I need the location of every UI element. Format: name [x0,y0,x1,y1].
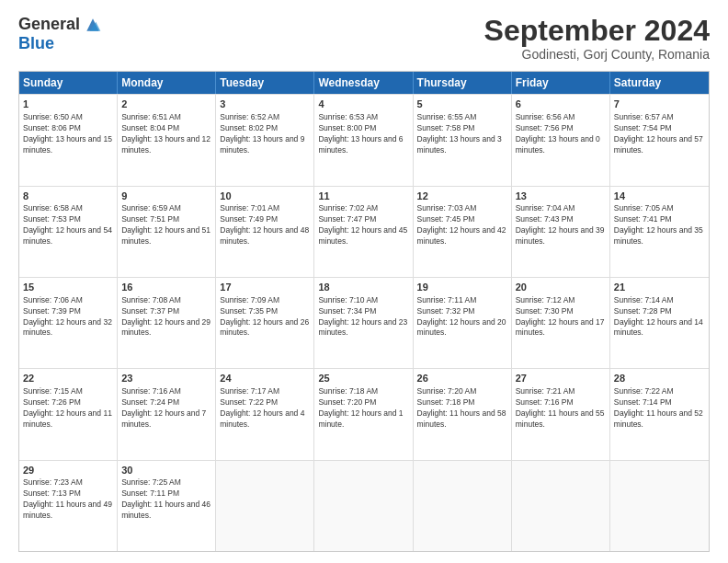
day-number: 1 [23,98,113,111]
cell-info: Sunrise: 7:10 AMSunset: 7:34 PMDaylight:… [318,295,408,339]
day-number: 15 [23,281,113,294]
cell-info: Sunrise: 7:22 AMSunset: 7:14 PMDaylight:… [614,386,705,431]
day-number: 27 [516,372,606,385]
day-number: 24 [220,372,310,385]
cell-info: Sunrise: 7:09 AMSunset: 7:35 PMDaylight:… [220,295,310,339]
day-number: 3 [220,98,310,111]
cell-sep18: 18 Sunrise: 7:10 AMSunset: 7:34 PMDaylig… [314,278,413,368]
cell-sep17: 17 Sunrise: 7:09 AMSunset: 7:35 PMDaylig… [216,278,314,368]
calendar-body: 1 Sunrise: 6:50 AMSunset: 8:06 PMDayligh… [19,94,709,551]
day-number: 2 [121,98,211,111]
day-number: 13 [516,190,606,203]
cell-sep20: 20 Sunrise: 7:12 AMSunset: 7:30 PMDaylig… [512,278,610,368]
day-number: 26 [417,372,507,385]
header: General Blue September 2024 Godinesti, G… [18,15,710,62]
cell-empty [314,461,413,551]
cell-sep11: 11 Sunrise: 7:02 AMSunset: 7:47 PMDaylig… [314,187,413,277]
header-tuesday: Tuesday [216,72,314,94]
day-number: 28 [614,372,705,385]
cell-sep29: 29 Sunrise: 7:23 AMSunset: 7:13 PMDaylig… [19,461,118,551]
day-number: 23 [121,372,211,385]
cell-sep2: 2 Sunrise: 6:51 AMSunset: 8:04 PMDayligh… [118,95,216,185]
cell-sep30: 30 Sunrise: 7:25 AMSunset: 7:11 PMDaylig… [118,461,216,551]
cell-info: Sunrise: 7:15 AMSunset: 7:26 PMDaylight:… [23,386,113,431]
cell-info: Sunrise: 7:25 AMSunset: 7:11 PMDaylight:… [121,477,211,522]
header-saturday: Saturday [610,72,709,94]
day-number: 30 [121,464,211,477]
cell-empty [216,461,314,551]
day-number: 12 [417,190,507,203]
cell-info: Sunrise: 6:59 AMSunset: 7:51 PMDaylight:… [121,203,211,247]
cell-empty [414,461,512,551]
month-title: September 2024 [484,15,710,47]
cell-info: Sunrise: 7:02 AMSunset: 7:47 PMDaylight:… [318,203,408,247]
calendar-row-5: 29 Sunrise: 7:23 AMSunset: 7:13 PMDaylig… [19,460,709,551]
logo-icon [84,16,102,34]
day-number: 29 [23,464,113,477]
header-friday: Friday [512,72,610,94]
cell-info: Sunrise: 7:23 AMSunset: 7:13 PMDaylight:… [23,477,113,522]
cell-sep27: 27 Sunrise: 7:21 AMSunset: 7:16 PMDaylig… [512,369,610,459]
cell-sep1: 1 Sunrise: 6:50 AMSunset: 8:06 PMDayligh… [19,95,118,185]
cell-info: Sunrise: 7:05 AMSunset: 7:41 PMDaylight:… [614,203,705,247]
cell-info: Sunrise: 6:58 AMSunset: 7:53 PMDaylight:… [23,203,113,247]
cell-info: Sunrise: 6:56 AMSunset: 7:56 PMDaylight:… [516,112,606,156]
day-number: 10 [220,190,310,203]
day-number: 22 [23,372,113,385]
cell-info: Sunrise: 6:53 AMSunset: 8:00 PMDaylight:… [318,112,408,156]
day-number: 5 [417,98,507,111]
cell-info: Sunrise: 7:21 AMSunset: 7:16 PMDaylight:… [516,386,606,431]
calendar: Sunday Monday Tuesday Wednesday Thursday… [18,71,710,552]
calendar-row-1: 1 Sunrise: 6:50 AMSunset: 8:06 PMDayligh… [19,94,709,185]
cell-sep8: 8 Sunrise: 6:58 AMSunset: 7:53 PMDayligh… [19,187,118,277]
day-number: 25 [318,372,408,385]
header-thursday: Thursday [414,72,512,94]
logo: General Blue [18,15,102,53]
calendar-row-3: 15 Sunrise: 7:06 AMSunset: 7:39 PMDaylig… [19,277,709,368]
cell-sep26: 26 Sunrise: 7:20 AMSunset: 7:18 PMDaylig… [414,369,512,459]
cell-info: Sunrise: 7:01 AMSunset: 7:49 PMDaylight:… [220,203,310,247]
cell-sep25: 25 Sunrise: 7:18 AMSunset: 7:20 PMDaylig… [314,369,413,459]
calendar-header: Sunday Monday Tuesday Wednesday Thursday… [19,72,709,94]
day-number: 6 [516,98,606,111]
cell-empty [610,461,709,551]
day-number: 20 [516,281,606,294]
cell-sep5: 5 Sunrise: 6:55 AMSunset: 7:58 PMDayligh… [414,95,512,185]
day-number: 19 [417,281,507,294]
cell-sep10: 10 Sunrise: 7:01 AMSunset: 7:49 PMDaylig… [216,187,314,277]
cell-sep4: 4 Sunrise: 6:53 AMSunset: 8:00 PMDayligh… [314,95,413,185]
cell-info: Sunrise: 7:04 AMSunset: 7:43 PMDaylight:… [516,203,606,247]
header-wednesday: Wednesday [314,72,413,94]
cell-sep28: 28 Sunrise: 7:22 AMSunset: 7:14 PMDaylig… [610,369,709,459]
cell-sep7: 7 Sunrise: 6:57 AMSunset: 7:54 PMDayligh… [610,95,709,185]
logo-blue-text: Blue [18,34,54,53]
cell-sep9: 9 Sunrise: 6:59 AMSunset: 7:51 PMDayligh… [118,187,216,277]
cell-info: Sunrise: 7:03 AMSunset: 7:45 PMDaylight:… [417,203,507,247]
cell-info: Sunrise: 6:51 AMSunset: 8:04 PMDaylight:… [121,112,211,156]
cell-sep15: 15 Sunrise: 7:06 AMSunset: 7:39 PMDaylig… [19,278,118,368]
cell-empty [512,461,610,551]
cell-sep21: 21 Sunrise: 7:14 AMSunset: 7:28 PMDaylig… [610,278,709,368]
day-number: 17 [220,281,310,294]
cell-info: Sunrise: 7:18 AMSunset: 7:20 PMDaylight:… [318,386,408,431]
day-number: 18 [318,281,408,294]
cell-info: Sunrise: 6:52 AMSunset: 8:02 PMDaylight:… [220,112,310,156]
cell-sep12: 12 Sunrise: 7:03 AMSunset: 7:45 PMDaylig… [414,187,512,277]
location: Godinesti, Gorj County, Romania [484,47,710,62]
day-number: 21 [614,281,705,294]
cell-info: Sunrise: 7:12 AMSunset: 7:30 PMDaylight:… [516,295,606,339]
cell-info: Sunrise: 7:14 AMSunset: 7:28 PMDaylight:… [614,295,705,339]
cell-sep13: 13 Sunrise: 7:04 AMSunset: 7:43 PMDaylig… [512,187,610,277]
day-number: 4 [318,98,408,111]
cell-sep22: 22 Sunrise: 7:15 AMSunset: 7:26 PMDaylig… [19,369,118,459]
day-number: 11 [318,190,408,203]
day-number: 8 [23,190,113,203]
cell-info: Sunrise: 7:11 AMSunset: 7:32 PMDaylight:… [417,295,507,339]
cell-sep3: 3 Sunrise: 6:52 AMSunset: 8:02 PMDayligh… [216,95,314,185]
cell-info: Sunrise: 6:55 AMSunset: 7:58 PMDaylight:… [417,112,507,156]
header-monday: Monday [118,72,216,94]
day-number: 14 [614,190,705,203]
cell-info: Sunrise: 7:06 AMSunset: 7:39 PMDaylight:… [23,295,113,339]
calendar-row-4: 22 Sunrise: 7:15 AMSunset: 7:26 PMDaylig… [19,368,709,459]
cell-info: Sunrise: 7:20 AMSunset: 7:18 PMDaylight:… [417,386,507,431]
